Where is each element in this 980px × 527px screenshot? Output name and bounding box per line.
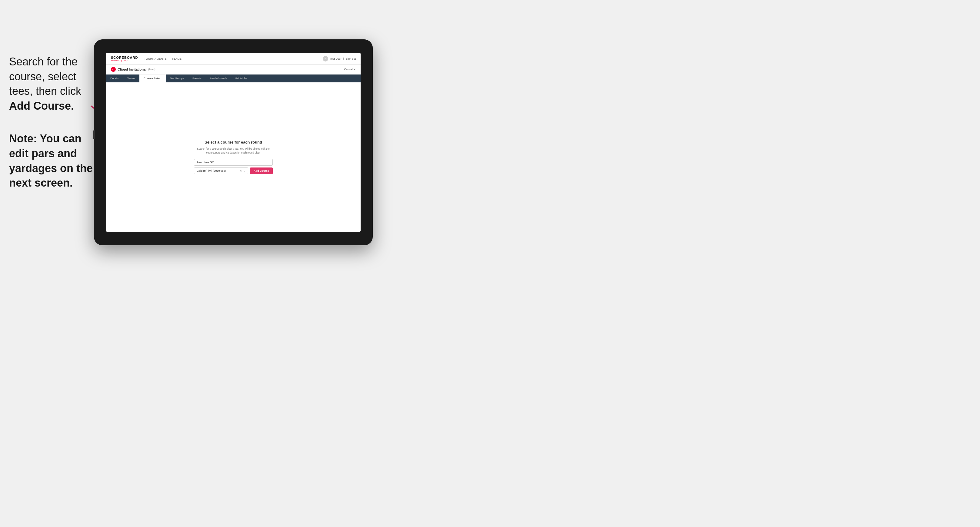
tab-tee-groups[interactable]: Tee Groups bbox=[166, 75, 188, 83]
tablet-frame: SCOREBOARD Powered by clippd TOURNAMENTS… bbox=[94, 40, 373, 245]
logo-text: SCOREBOARD bbox=[111, 56, 138, 59]
tournament-name: Clippd Invitational bbox=[118, 68, 146, 71]
tournament-badge: (Men) bbox=[148, 68, 156, 71]
tee-value: Gold (M) (M) (7010 yds) bbox=[197, 169, 226, 172]
content-card: Select a course for each round Search fo… bbox=[194, 140, 273, 174]
tournament-header: C Clippd Invitational (Men) Cancel ✕ bbox=[106, 65, 361, 75]
tab-course-setup[interactable]: Course Setup bbox=[139, 75, 166, 83]
main-content: Select a course for each round Search fo… bbox=[106, 83, 361, 232]
nav-links: TOURNAMENTS TEAMS bbox=[144, 57, 181, 60]
annotation-note1: Note: You can bbox=[9, 132, 94, 146]
logo-sub: Powered by clippd bbox=[111, 59, 138, 62]
nav-left: SCOREBOARD Powered by clippd TOURNAMENTS… bbox=[111, 56, 182, 62]
tab-results[interactable]: Results bbox=[188, 75, 206, 83]
tablet-screen: SCOREBOARD Powered by clippd TOURNAMENTS… bbox=[106, 53, 361, 232]
tee-select[interactable]: Gold (M) (M) (7010 yds) ✕ ⌄ bbox=[194, 167, 248, 174]
annotation-text: Search for the course, select tees, then… bbox=[9, 54, 94, 190]
tournament-title: C Clippd Invitational (Men) bbox=[111, 67, 156, 72]
top-navbar: SCOREBOARD Powered by clippd TOURNAMENTS… bbox=[106, 53, 361, 65]
sign-out-link[interactable]: Sign out bbox=[346, 57, 356, 60]
annotation-line3: tees, then click bbox=[9, 84, 94, 99]
annotation-line1: Search for the bbox=[9, 54, 94, 69]
annotation-note3: yardages on the bbox=[9, 161, 94, 176]
annotation-bold: Add Course. bbox=[9, 99, 94, 114]
nav-right: T Test User | Sign out bbox=[323, 56, 356, 62]
clear-icon[interactable]: ✕ bbox=[240, 169, 242, 172]
course-search-input[interactable] bbox=[194, 159, 273, 166]
annotation-note4: next screen. bbox=[9, 176, 94, 190]
cancel-button[interactable]: Cancel ✕ bbox=[344, 68, 356, 71]
user-name: Test User bbox=[330, 57, 342, 60]
tab-teams[interactable]: Teams bbox=[123, 75, 140, 83]
tab-printables[interactable]: Printables bbox=[231, 75, 252, 83]
tee-select-controls: ✕ ⌄ bbox=[240, 169, 245, 172]
tee-select-row: Gold (M) (M) (7010 yds) ✕ ⌄ Add Course bbox=[194, 167, 273, 174]
sub-nav-tabs: Details Teams Course Setup Tee Groups Re… bbox=[106, 75, 361, 83]
tab-details[interactable]: Details bbox=[106, 75, 123, 83]
add-course-button[interactable]: Add Course bbox=[250, 167, 273, 174]
annotation-note2: edit pars and bbox=[9, 146, 94, 161]
card-title: Select a course for each round bbox=[194, 140, 273, 144]
nav-teams[interactable]: TEAMS bbox=[172, 57, 182, 60]
annotation-line2: course, select bbox=[9, 69, 94, 84]
nav-separator: | bbox=[343, 57, 344, 60]
nav-tournaments[interactable]: TOURNAMENTS bbox=[144, 57, 167, 60]
tablet-side-button bbox=[93, 130, 95, 139]
tab-leaderboards[interactable]: Leaderboards bbox=[206, 75, 231, 83]
chevron-icon[interactable]: ⌄ bbox=[243, 169, 245, 172]
user-avatar: T bbox=[323, 56, 328, 62]
tournament-icon: C bbox=[111, 67, 116, 72]
card-description: Search for a course and select a tee. Yo… bbox=[194, 147, 273, 155]
logo: SCOREBOARD Powered by clippd bbox=[111, 56, 138, 62]
